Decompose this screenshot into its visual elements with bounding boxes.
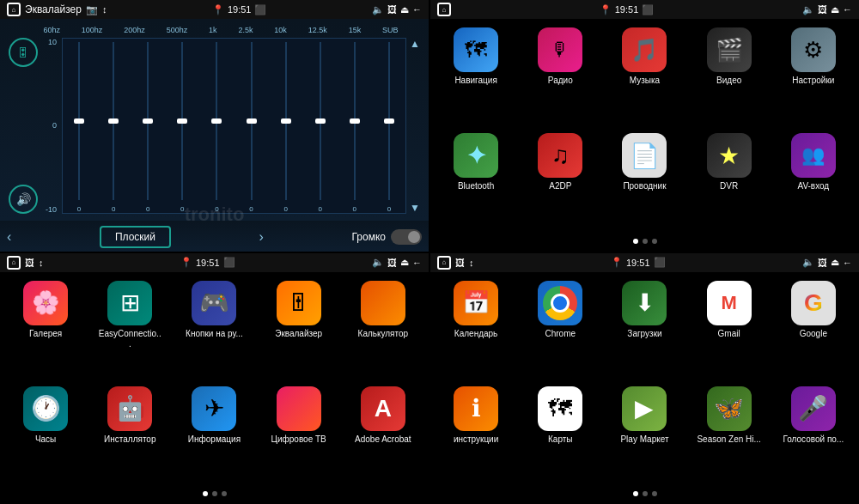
back-icon-q3[interactable]: ← (412, 258, 422, 268)
app-digitaltv[interactable]: Цифровое ТВ (265, 383, 333, 448)
google-label: Google (800, 329, 827, 339)
eq-next-button[interactable]: › (259, 229, 264, 245)
app-voiceassist[interactable]: 🎤 Голосовой по... (779, 383, 848, 448)
app-music[interactable]: 🎵 Музыка (610, 24, 679, 89)
freq-2k5: 2.5k (238, 26, 253, 34)
app-calendar[interactable]: 📅 Календарь (442, 277, 510, 343)
status-right-q3: 🔈 🖼 ⏏ ← (372, 257, 422, 268)
home-button-q4[interactable]: ⌂ (437, 256, 451, 270)
app-gmail[interactable]: M Gmail (695, 277, 764, 343)
app-instructions[interactable]: ℹ инструкции (442, 383, 510, 448)
navigation-icon: 🗺 (454, 27, 498, 72)
chrome-label: Chrome (545, 329, 576, 339)
status-bar-q1: ⌂ Эквалайзер 📷 ↕ 📍 19:51 ⬛ 🔈 🖼 ⏏ ← (0, 0, 429, 19)
slider-12k5[interactable]: 0 (304, 39, 337, 213)
app-settings[interactable]: ⚙ Настройки (779, 24, 848, 89)
app-explorer[interactable]: 📄 Проводник (610, 130, 679, 195)
back-icon-q4[interactable]: ← (843, 258, 852, 268)
slider-sub[interactable]: 0 (373, 39, 405, 213)
status-bar-q4: ⌂ 🖼 ↕ 📍 19:51 ⬛ 🔈 🖼 ⏏ ← (430, 253, 859, 272)
app-gallery[interactable]: 🌸 Галерея (11, 277, 80, 343)
slider-2k5[interactable]: 0 (235, 39, 267, 213)
home-button-q2[interactable]: ⌂ (437, 3, 451, 16)
digitaltv-label: Цифровое ТВ (271, 434, 326, 445)
app-av-input[interactable]: 👥 AV-вход (779, 130, 848, 195)
loudness-toggle[interactable] (391, 229, 422, 245)
freq-60: 60hz (43, 26, 60, 34)
screen-icon-q4: ⬛ (654, 257, 666, 268)
eq-tone-button[interactable]: 🎛 (9, 38, 38, 67)
dot-1-q4 (633, 491, 638, 496)
slider-60hz[interactable]: 0 (63, 39, 95, 213)
app-clock[interactable]: 🕐 Часы (11, 383, 80, 448)
eq-sliders-area: 0 0 0 0 0 0 0 0 0 0 (62, 38, 406, 214)
app-easyconnect[interactable]: ⊞ EasyConnectio... (95, 277, 164, 353)
slider-200hz[interactable]: 0 (131, 39, 164, 213)
easyconnect-label: EasyConnectio... (98, 329, 162, 349)
app-seasonzen[interactable]: 🦋 Season Zen Hi... (695, 383, 764, 448)
slider-15k[interactable]: 0 (338, 39, 371, 213)
app-navigation[interactable]: 🗺 Навигация (442, 24, 510, 89)
steering-label: Кнопки на ру... (186, 329, 243, 339)
back-icon-q1[interactable]: ← (412, 4, 422, 15)
app-a2dp[interactable]: ♫ A2DP (526, 130, 594, 195)
app-grid-q4: 📅 Календарь Chrome ⬇ Загрузки M Gmail (430, 272, 859, 505)
app-playmarket[interactable]: ▶ Play Маркет (610, 383, 679, 448)
eq-content: 60hz 100hz 200hz 500hz 1k 2.5k 10k 12.5k… (0, 19, 429, 221)
google-g-icon: G (804, 289, 823, 317)
app-bluetooth[interactable]: ✦ Bluetooth (442, 130, 510, 195)
loudness-label: Громко (351, 231, 385, 243)
vol-icon-q4: 🔈 (802, 257, 814, 268)
gmail-icon: M (707, 281, 752, 325)
slider-100hz[interactable]: 0 (97, 39, 130, 213)
gmail-m-icon: M (721, 292, 736, 314)
status-left-q3: ⌂ 🖼 ↕ (7, 256, 44, 270)
seasonzen-icon: 🦋 (707, 386, 752, 431)
calendar-icon: 📅 (454, 281, 498, 325)
eq-down-arrow[interactable]: ▼ (410, 202, 420, 214)
eq-prev-button[interactable]: ‹ (7, 229, 11, 245)
status-center-q3: 📍 19:51 ⬛ (180, 257, 235, 268)
slider-1k[interactable]: 0 (200, 39, 233, 213)
home-button-q1[interactable]: ⌂ (7, 3, 21, 16)
status-bar-q3: ⌂ 🖼 ↕ 📍 19:51 ⬛ 🔈 🖼 ⏏ ← (0, 253, 429, 272)
slider-500hz[interactable]: 0 (166, 39, 198, 213)
eq-bottom-bar: ‹ Плоский › Громко (0, 221, 429, 252)
eq-left-controls: 🎛 🔊 (7, 38, 40, 214)
app-calculator[interactable]: Калькулятор (349, 277, 417, 343)
instructions-icon: ℹ (454, 386, 498, 431)
home-button-q3[interactable]: ⌂ (7, 256, 21, 270)
usb-icon-q1: ⏏ (400, 4, 409, 15)
app-acrobat[interactable]: A Adobe Acrobat (349, 383, 417, 448)
back-icon-q2[interactable]: ← (843, 4, 852, 15)
clock-label: Часы (35, 434, 56, 445)
app-radio[interactable]: 🎙 Радио (526, 24, 594, 89)
info-label: Информация (188, 434, 241, 445)
appgrid-quadrant-3: ⌂ 🖼 ↕ 📍 19:51 ⬛ 🔈 🖼 ⏏ ← 🌸 Галерея ⊞ Easy… (0, 253, 429, 505)
app-maps[interactable]: 🗺 Карты (526, 383, 594, 448)
app-chrome[interactable]: Chrome (526, 277, 594, 343)
eq-preset-button[interactable]: Плоский (100, 226, 171, 248)
app-steering[interactable]: 🎮 Кнопки на ру... (180, 277, 248, 343)
eq-right-controls: ▲ ▼ (408, 38, 422, 214)
slider-10k[interactable]: 0 (270, 39, 302, 213)
status-bar-left-q1: ⌂ Эквалайзер 📷 ↕ (7, 3, 107, 16)
app-equalizer-2[interactable]: 🎚 Эквалайзер (265, 277, 333, 343)
freq-10k: 10k (274, 26, 287, 34)
app-installer[interactable]: 🤖 Инсталлятор (95, 383, 164, 448)
app-info[interactable]: ✈ Информация (180, 383, 248, 448)
app-downloads[interactable]: ⬇ Загрузки (610, 277, 679, 343)
chrome-icon-container (538, 281, 582, 325)
eq-volume-button[interactable]: 🔊 (9, 185, 38, 214)
equalizer2-label: Эквалайзер (275, 329, 322, 339)
instructions-label: инструкции (454, 434, 498, 445)
info-icon: ✈ (192, 386, 236, 431)
app-dvr[interactable]: ★ DVR (695, 130, 764, 195)
dvr-icon: ★ (707, 133, 752, 178)
scale-bot: -10 (43, 205, 57, 214)
downloads-icon: ⬇ (622, 281, 667, 325)
app-video[interactable]: 🎬 Видео (695, 24, 764, 89)
eq-up-arrow[interactable]: ▲ (410, 38, 420, 50)
app-google[interactable]: G Google (779, 277, 848, 343)
time-q3: 19:51 (196, 258, 220, 268)
